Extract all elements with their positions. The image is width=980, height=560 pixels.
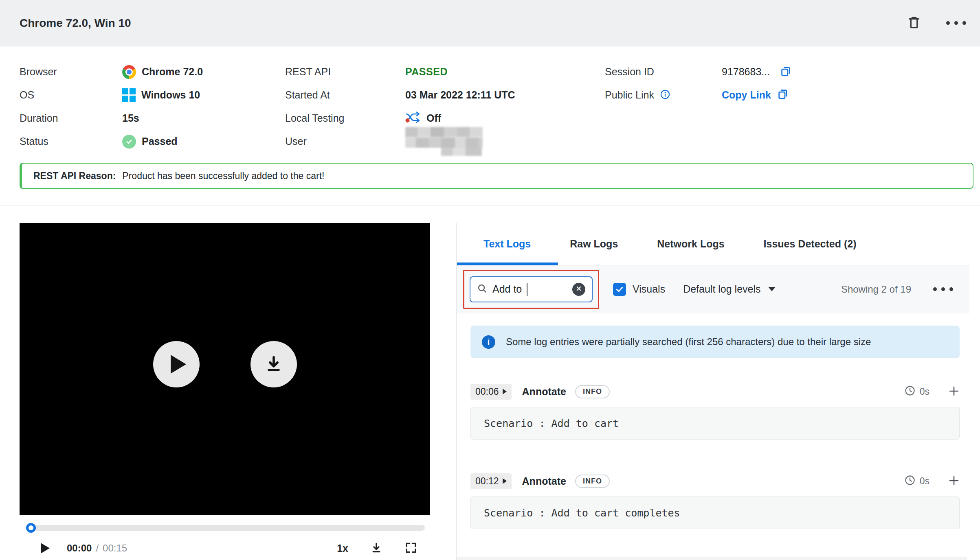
- info-row-rest-api: REST API PASSED: [285, 60, 515, 83]
- text-cursor: [527, 283, 527, 296]
- info-row-os: OS Windows 10: [20, 83, 203, 107]
- log-levels-dropdown[interactable]: Default log levels: [683, 283, 775, 295]
- passed-check-icon: [122, 135, 136, 149]
- clock-icon: [904, 475, 916, 488]
- session-id-value: 9178683...: [722, 66, 770, 78]
- controls-play-button[interactable]: [41, 543, 50, 553]
- more-options-icon: [933, 287, 953, 291]
- rest-api-value: PASSED: [405, 66, 448, 78]
- video-play-button[interactable]: [153, 341, 200, 387]
- status-label: Status: [20, 136, 122, 147]
- video-controls: 00:00 / 00:15 1x: [20, 537, 430, 559]
- more-options-icon: [946, 21, 966, 25]
- session-header: Chrome 72.0, Win 10: [0, 0, 980, 46]
- clock-icon: [904, 385, 916, 398]
- video-progress-track[interactable]: [29, 525, 425, 531]
- copy-link-button[interactable]: Copy Link: [722, 89, 771, 101]
- more-options-button[interactable]: [946, 21, 966, 25]
- playback-speed-button[interactable]: 1x: [337, 542, 348, 554]
- info-icon: [660, 89, 670, 101]
- logs-more-options-button[interactable]: [933, 287, 953, 291]
- log-entry: 00:12 Annotate INFO 0s: [470, 469, 960, 529]
- caret-down-icon: [768, 286, 776, 293]
- time-separator: /: [96, 542, 99, 554]
- local-testing-label: Local Testing: [285, 112, 405, 124]
- add-annotation-button[interactable]: [948, 385, 960, 398]
- download-icon: [263, 353, 284, 376]
- info-column-device: Browser Chrome 72.0 OS Windows 10 Durati…: [20, 60, 203, 153]
- log-code-block: Scenario : Add to cart completes: [470, 497, 960, 529]
- video-progress-handle[interactable]: [26, 523, 36, 533]
- add-icon: [948, 385, 960, 398]
- video-player: 00:00 / 00:15 1x: [20, 223, 430, 559]
- info-row-public-link: Public Link Copy Link: [605, 83, 792, 107]
- results-count: Showing 2 of 19: [841, 284, 911, 295]
- info-row-local-testing: Local Testing Off: [285, 107, 515, 130]
- delete-session-button[interactable]: [906, 15, 922, 31]
- fullscreen-button[interactable]: [404, 541, 417, 556]
- checkbox-checked-icon[interactable]: [613, 283, 626, 296]
- tab-raw-logs[interactable]: Raw Logs: [570, 238, 618, 250]
- started-at-value: 03 Mar 2022 12:11 UTC: [405, 89, 515, 101]
- info-row-session-id: Session ID 9178683...: [605, 60, 792, 83]
- logs-toolbar: Add to Visuals Default log levels: [457, 265, 969, 313]
- section-divider: [0, 205, 980, 206]
- os-label: OS: [20, 89, 122, 101]
- user-label: User: [285, 136, 405, 147]
- seek-play-icon: [503, 478, 507, 484]
- log-action: Annotate: [522, 475, 566, 487]
- info-row-browser: Browser Chrome 72.0: [20, 60, 203, 83]
- session-info: Browser Chrome 72.0 OS Windows 10 Durati…: [0, 46, 980, 163]
- log-entry-header: 00:12 Annotate INFO 0s: [470, 469, 960, 493]
- log-duration: 0s: [920, 386, 929, 397]
- info-column-links: Session ID 9178683... Public Link: [605, 60, 792, 107]
- tab-network-logs[interactable]: Network Logs: [657, 238, 724, 250]
- chrome-icon: [122, 65, 136, 79]
- session-title: Chrome 72.0, Win 10: [20, 17, 131, 30]
- tab-issues-detected[interactable]: Issues Detected (2): [764, 238, 857, 250]
- info-icon: i: [482, 335, 495, 349]
- visuals-label[interactable]: Visuals: [633, 283, 665, 295]
- copy-session-id-button[interactable]: [780, 65, 792, 79]
- log-level-badge: INFO: [575, 385, 610, 398]
- delete-icon: [906, 15, 922, 31]
- info-row-duration: Duration 15s: [20, 107, 203, 130]
- reason-label: REST API Reason:: [33, 171, 116, 182]
- visuals-toggle[interactable]: Visuals: [613, 283, 665, 296]
- log-code-text: Scenario : Add to cart: [484, 418, 619, 429]
- rest-api-label: REST API: [285, 66, 405, 78]
- log-code-block: Scenario : Add to cart: [470, 407, 960, 440]
- add-annotation-button[interactable]: [948, 475, 960, 488]
- copy-icon: [780, 65, 792, 79]
- info-row-status: Status Passed: [20, 130, 203, 153]
- header-actions: [906, 15, 966, 31]
- logs-tabs: Text Logs Raw Logs Network Logs Issues D…: [457, 223, 969, 265]
- session-detail-page: Chrome 72.0, Win 10 Browser Chrome 72.0: [0, 0, 980, 560]
- local-testing-icon: [405, 111, 421, 126]
- controls-download-button[interactable]: [369, 541, 383, 556]
- search-icon: [477, 283, 488, 295]
- clear-search-button[interactable]: [572, 283, 585, 296]
- next-entry-divider: [457, 558, 967, 560]
- info-row-user: User: [285, 130, 515, 153]
- search-highlight-annotation: Add to: [463, 270, 599, 309]
- copy-link-icon: [777, 88, 789, 103]
- logs-panel: Text Logs Raw Logs Network Logs Issues D…: [456, 223, 969, 560]
- public-link-info-button[interactable]: [660, 89, 670, 101]
- reason-text: Product has been successfully added to t…: [122, 171, 324, 182]
- notice-text: Some log entries were partially searched…: [506, 336, 871, 348]
- log-timestamp-chip[interactable]: 00:06: [470, 384, 512, 400]
- video-progress-row: [20, 521, 430, 537]
- log-entry-header: 00:06 Annotate INFO 0s: [470, 379, 960, 404]
- log-timestamp-chip[interactable]: 00:12: [470, 473, 512, 489]
- video-surface[interactable]: [20, 223, 430, 515]
- public-link-label: Public Link: [605, 89, 654, 101]
- log-entry: 00:06 Annotate INFO 0s: [470, 379, 960, 440]
- search-input[interactable]: Add to: [470, 276, 593, 302]
- log-duration: 0s: [920, 476, 929, 487]
- tab-text-logs[interactable]: Text Logs: [483, 238, 531, 250]
- video-download-button[interactable]: [250, 341, 297, 387]
- fullscreen-icon: [404, 541, 417, 556]
- log-code-text: Scenario : Add to cart completes: [484, 507, 680, 519]
- duration-label: Duration: [20, 112, 122, 124]
